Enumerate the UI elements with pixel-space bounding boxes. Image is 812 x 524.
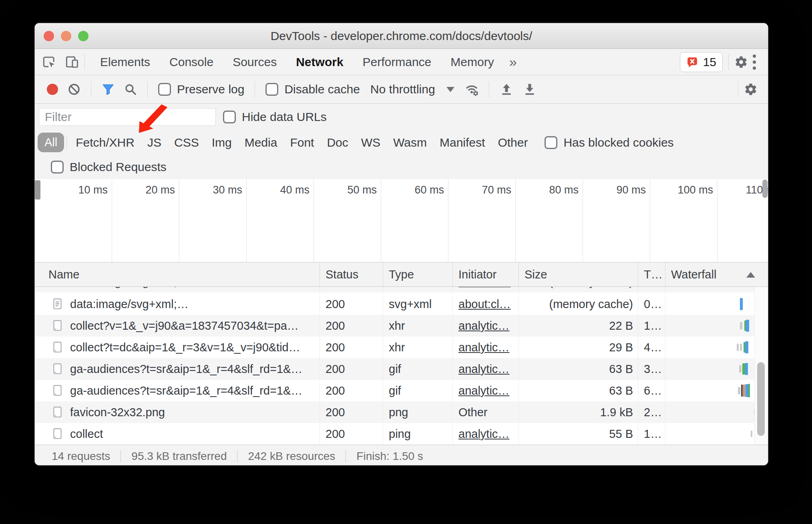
has-blocked-cookies-group[interactable]: Has blocked cookies [545,136,673,149]
search-icon[interactable] [124,83,137,96]
request-name: collect [70,427,103,441]
table-row[interactable]: collect 200 ping analytic… 55 B 1… [35,423,768,445]
network-settings-gear-icon[interactable] [744,83,758,96]
chip-other[interactable]: Other [491,136,534,149]
preserve-log-checkbox[interactable] [158,83,171,96]
waterfall-bar [751,431,752,437]
request-status: 200 [320,315,383,337]
customize-menu-icon[interactable] [748,54,761,70]
timeline-scrollbar-thumb-left[interactable] [35,180,40,200]
table-row[interactable]: collect?v=1&_v=j90&a=1837457034&t=pa… 20… [35,315,768,337]
timeline-scrollbar-thumb-right[interactable] [762,179,768,198]
timeline-tick: 90 ms [586,184,646,196]
minimize-window-button[interactable] [61,31,71,41]
more-tabs-chevron[interactable]: » [504,54,523,70]
divider [66,136,67,149]
request-size: 63 B [519,358,638,380]
grid-line [314,179,314,262]
column-header-time[interactable]: T… [638,262,665,286]
page-icon [52,428,63,440]
close-window-button[interactable] [44,31,54,41]
grid-line [448,179,448,262]
settings-gear-icon[interactable] [734,55,748,69]
zoom-window-button[interactable] [78,31,88,41]
table-scrollbar-thumb[interactable] [757,362,765,436]
column-header-status[interactable]: Status [320,262,383,286]
table-row[interactable]: ga-audiences?t=sr&aip=1&_r=4&slf_rd=1&… … [35,358,768,380]
filter-input[interactable] [39,108,216,126]
clipped-row: data:image/svg+xml;… about:cl… (memory c… [35,287,768,293]
column-header-type[interactable]: Type [383,262,453,286]
network-conditions-icon[interactable] [464,83,479,96]
tab-memory[interactable]: Memory [441,55,503,69]
chip-css[interactable]: CSS [168,136,205,149]
request-size: 63 B [519,380,638,401]
tab-network[interactable]: Network [286,55,353,69]
blocked-requests-group[interactable]: Blocked Requests [51,160,167,174]
disable-cache-label: Disable cache [284,83,360,96]
clear-network-log-icon[interactable] [68,83,80,96]
initiator-link[interactable]: about:cl… [458,298,511,311]
chip-all[interactable]: All [38,133,64,152]
blocked-requests-checkbox[interactable] [51,161,64,173]
throttling-dropdown[interactable]: No throttling [370,83,454,96]
timeline-tick: 80 ms [519,184,579,196]
initiator-link[interactable]: analytic… [458,427,509,441]
network-overview-timeline[interactable]: 10 ms 20 ms 30 ms 40 ms 50 ms 60 ms 70 m… [35,179,768,262]
filter-funnel-icon[interactable] [102,83,115,96]
waterfall-bar [738,387,740,394]
waterfall-bar [748,384,750,397]
waterfall-bar [740,344,742,351]
disable-cache-checkbox-group[interactable]: Disable cache [265,83,360,96]
preserve-log-checkbox-group[interactable]: Preserve log [158,83,244,96]
export-har-icon[interactable] [523,83,537,96]
table-row[interactable]: ga-audiences?t=sr&aip=1&_r=4&slf_rd=1&… … [35,380,768,401]
device-toolbar-icon[interactable] [65,55,79,69]
waterfall-bar [740,298,743,310]
chip-ws[interactable]: WS [355,136,387,149]
column-header-waterfall[interactable]: Waterfall [665,262,768,286]
chip-manifest[interactable]: Manifest [433,136,491,149]
column-header-initiator[interactable]: Initiator [453,262,519,286]
tab-performance[interactable]: Performance [353,55,441,69]
request-status: 200 [320,293,383,315]
tab-sources[interactable]: Sources [223,55,286,69]
waterfall-bar [737,344,739,351]
table-row[interactable]: favicon-32x32.png 200 png Other 1.9 kB 2… [35,401,768,423]
initiator-link[interactable]: analytic… [458,363,509,376]
grid-line [515,179,516,262]
chip-wasm[interactable]: Wasm [387,136,433,149]
hide-data-urls-checkbox[interactable] [223,111,236,123]
column-header-size[interactable]: Size [519,262,638,286]
initiator-link[interactable]: analytic… [458,341,509,354]
import-har-icon[interactable] [500,83,513,96]
hide-data-urls-group[interactable]: Hide data URLs [223,104,327,130]
inspect-element-icon[interactable] [42,55,56,69]
chip-media[interactable]: Media [238,136,284,149]
request-status: 200 [320,423,383,445]
request-status: 200 [320,358,383,380]
console-error-badge[interactable]: 15 [680,52,723,72]
table-row[interactable]: data:image/svg+xml;… 200 svg+xml about:c… [35,293,768,315]
network-toolbar: Preserve log Disable cache No throttling [35,75,768,104]
initiator-link[interactable]: analytic… [458,319,509,333]
tab-elements[interactable]: Elements [90,55,160,69]
hide-data-urls-label: Hide data URLs [242,110,327,124]
disable-cache-checkbox[interactable] [265,83,278,96]
waterfall-bar [741,385,743,397]
record-network-log-button[interactable] [47,84,58,95]
waterfall-bar [746,320,749,332]
waterfall-bar [740,322,742,329]
chip-fetch-xhr[interactable]: Fetch/XHR [69,136,141,149]
request-name: collect?v=1&_v=j90&a=1837457034&t=pa… [70,319,299,333]
chip-img[interactable]: Img [205,136,238,149]
has-blocked-cookies-checkbox[interactable] [545,136,557,149]
tab-console[interactable]: Console [160,55,223,69]
column-header-name[interactable]: Name [35,262,320,286]
initiator-link[interactable]: analytic… [458,384,509,397]
chip-doc[interactable]: Doc [320,136,354,149]
chip-font[interactable]: Font [283,136,320,149]
grid-line [650,179,650,262]
request-type: xhr [383,315,453,337]
table-row[interactable]: collect?t=dc&aip=1&_r=3&v=1&_v=j90&tid… … [35,337,768,358]
